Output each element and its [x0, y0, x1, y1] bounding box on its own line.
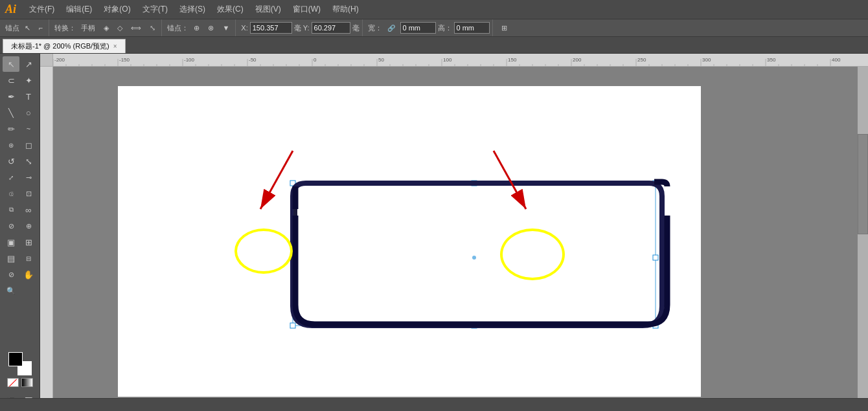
menu-view[interactable]: 视图(V): [250, 3, 286, 16]
anchor-btn-1[interactable]: ↖: [21, 23, 34, 34]
tool-artboard[interactable]: ⊟: [20, 250, 37, 266]
tool-eyedropper[interactable]: ⊘: [3, 218, 19, 234]
tool-gradient[interactable]: ▣: [3, 234, 19, 250]
tool-warp[interactable]: ⟃: [3, 186, 19, 201]
red-arrow-left: [241, 144, 319, 241]
anchor-btn-2[interactable]: ⌐: [36, 23, 46, 33]
handle-label-btn[interactable]: 手柄: [78, 22, 98, 34]
ruler-top: /* ruler ticks drawn via JS below */ -20…: [53, 54, 868, 67]
tool-magic-wand[interactable]: ✦: [20, 72, 37, 88]
lock-btn[interactable]: 🔗: [384, 23, 398, 33]
anchor2-btn-2[interactable]: ⊗: [205, 23, 217, 34]
tab-label: 未标题-1* @ 200% (RGB/预览): [11, 41, 109, 51]
menu-type[interactable]: 文字(T): [137, 3, 173, 16]
svg-text:200: 200: [573, 57, 582, 63]
artwork-svg: [118, 86, 701, 397]
scrollbar-vertical[interactable]: [858, 67, 868, 402]
main-content: ↖ ↗ ⊂ ✦ ✒ T ╲ ○ ✏ ~ ⊛ ◻: [0, 54, 868, 411]
status-bar: [0, 398, 868, 411]
tool-graph[interactable]: ▤: [3, 250, 19, 266]
svg-text:-150: -150: [119, 57, 130, 63]
tool-zoom[interactable]: 🔍: [3, 283, 19, 298]
svg-text:250: 250: [637, 57, 646, 63]
scrollbar-thumb-vertical[interactable]: [858, 134, 868, 234]
stroke-fill-swatches[interactable]: [8, 352, 32, 375]
width-label: 宽：: [368, 23, 382, 33]
handle-btn-4[interactable]: ⤡: [146, 23, 159, 34]
anchor2-dropdown[interactable]: ▼: [219, 23, 233, 33]
tool-lasso[interactable]: ⊂: [3, 72, 19, 88]
svg-text:300: 300: [702, 57, 711, 63]
ai-logo: Ai: [5, 3, 16, 16]
svg-text:50: 50: [378, 57, 384, 63]
tool-paintbrush[interactable]: ✏: [3, 121, 19, 137]
tool-selection[interactable]: ↖: [3, 56, 19, 72]
tool-eraser[interactable]: ◻: [20, 137, 37, 153]
gradient-swatch[interactable]: [21, 378, 33, 387]
x-label: X:: [241, 24, 247, 32]
tool-scale[interactable]: ⤢: [3, 170, 19, 185]
handle-btn-2[interactable]: ◇: [114, 23, 126, 34]
y-unit: 毫: [352, 23, 360, 33]
menu-window[interactable]: 窗口(W): [288, 3, 326, 16]
none-color-row: [7, 378, 33, 387]
menu-select[interactable]: 选择(S): [174, 3, 211, 16]
anchor2-label: 锚点：: [167, 23, 188, 33]
tool-line[interactable]: ╲: [3, 105, 19, 120]
tool-width[interactable]: ⊸: [20, 170, 37, 185]
coords-section: X: 毫 Y: 毫: [238, 19, 362, 36]
height-input[interactable]: [454, 22, 490, 34]
svg-text:350: 350: [767, 57, 776, 63]
svg-rect-0: [53, 54, 868, 67]
convert-section: 转换： 手柄 ◈ ◇ ⟺ ⤡: [52, 19, 162, 36]
svg-line-78: [494, 151, 526, 209]
x-input[interactable]: [250, 22, 292, 34]
size-section: 宽： 🔗 高：: [365, 19, 493, 36]
handle-mr: [653, 255, 658, 260]
handle-btn-3[interactable]: ⟺: [128, 23, 144, 34]
transform-btn[interactable]: ⊞: [498, 23, 510, 34]
menu-bar: 文件(F) 编辑(E) 对象(O) 文字(T) 选择(S) 效果(C) 视图(V…: [24, 3, 364, 16]
color-swatches: [1, 350, 38, 390]
tool-empty: [20, 283, 37, 298]
tool-pen[interactable]: ✒: [3, 89, 19, 104]
document-tab[interactable]: 未标题-1* @ 200% (RGB/预览) ×: [3, 39, 126, 53]
canvas-area[interactable]: /* ruler ticks drawn via JS below */ -20…: [40, 54, 868, 411]
svg-text:-200: -200: [54, 57, 65, 63]
convert-label: 转换：: [54, 23, 76, 33]
tool-rotate[interactable]: ↺: [3, 153, 19, 169]
tool-shape-builder[interactable]: ⧉: [3, 202, 19, 217]
tool-ellipse[interactable]: ○: [20, 105, 37, 120]
tab-close-btn[interactable]: ×: [113, 43, 117, 50]
title-bar: Ai 文件(F) 编辑(E) 对象(O) 文字(T) 选择(S) 效果(C) 视…: [0, 0, 868, 19]
handle-btn-1[interactable]: ◈: [100, 23, 112, 34]
menu-help[interactable]: 帮助(H): [327, 3, 364, 16]
tool-slice[interactable]: ⊘: [3, 267, 19, 282]
tool-reflect[interactable]: ⤡: [20, 153, 37, 169]
menu-effect[interactable]: 效果(C): [212, 3, 249, 16]
svg-text:-50: -50: [249, 57, 257, 63]
tool-blend[interactable]: ∞: [20, 202, 37, 217]
foreground-swatch[interactable]: [8, 352, 23, 366]
menu-edit[interactable]: 编辑(E): [61, 3, 97, 16]
tool-pencil[interactable]: ~: [20, 121, 37, 137]
anchor2-section: 锚点： ⊕ ⊗ ▼: [165, 19, 236, 36]
tool-hand[interactable]: ✋: [20, 267, 37, 282]
center-dot: [472, 256, 476, 260]
svg-text:400: 400: [832, 57, 841, 63]
tool-blob-brush[interactable]: ⊛: [3, 137, 19, 153]
tool-direct-selection[interactable]: ↗: [20, 56, 37, 72]
y-input[interactable]: [312, 22, 350, 34]
menu-object[interactable]: 对象(O): [98, 3, 135, 16]
anchor2-btn-1[interactable]: ⊕: [190, 23, 203, 34]
tool-free-transform[interactable]: ⊡: [20, 186, 37, 201]
tool-mesh[interactable]: ⊞: [20, 234, 37, 250]
none-swatch[interactable]: [7, 378, 19, 387]
tool-measure[interactable]: ⊕: [20, 218, 37, 234]
ruler-left: [40, 67, 53, 411]
ruler-corner: [40, 54, 53, 67]
svg-text:150: 150: [508, 57, 517, 63]
tool-type[interactable]: T: [20, 89, 37, 104]
width-input[interactable]: [400, 22, 436, 34]
menu-file[interactable]: 文件(F): [24, 3, 60, 16]
